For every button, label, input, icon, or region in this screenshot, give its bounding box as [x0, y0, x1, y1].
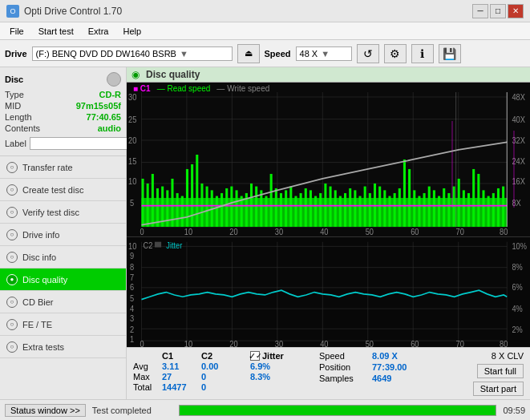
refresh-button[interactable]: ↺ [357, 44, 379, 63]
svg-rect-63 [260, 190, 262, 227]
sidebar-item-verify-test-disc[interactable]: ○ Verify test disc [0, 201, 126, 224]
sidebar-item-transfer-rate[interactable]: ○ Transfer rate [0, 156, 126, 179]
jitter-header: ✓ Jitter [250, 351, 314, 361]
sidebar-item-fe-te[interactable]: ○ FE / TE [0, 313, 126, 336]
read-speed-legend: — Read speed [157, 84, 211, 93]
disc-fields: Type CD-R MID 97m15s05f Length 77:40.65 … [5, 90, 121, 151]
menu-file[interactable]: File [3, 25, 30, 38]
settings-button[interactable]: ⚙ [384, 44, 407, 63]
disc-length-value: 77:40.65 [87, 112, 121, 122]
svg-rect-105 [467, 193, 470, 227]
save-button[interactable]: 💾 [439, 44, 461, 63]
bottom-chart: 10 9 8 7 6 5 4 3 2 1 10% 8% 6% 4% 2% [127, 236, 530, 347]
sidebar-item-extra-tests[interactable]: ○ Extra tests [0, 336, 126, 358]
disc-quality-icon: ● [6, 274, 18, 285]
nav-cd-bier-label: CD Bier [22, 297, 54, 307]
c1-legend: ■ C1 [133, 84, 151, 93]
close-button[interactable]: ✕ [508, 4, 524, 18]
minimize-button[interactable]: ─ [472, 4, 488, 18]
nav-fe-te-label: FE / TE [22, 320, 52, 329]
sidebar-item-disc-info[interactable]: ○ Disc info [0, 246, 126, 269]
sidebar-item-disc-quality[interactable]: ● Disc quality [0, 269, 126, 291]
start-part-button[interactable]: Start part [473, 382, 524, 396]
svg-rect-73 [310, 190, 312, 227]
drive-value: (F:) BENQ DVD DD DW1640 BSRB [36, 49, 176, 59]
max-label: Max [133, 372, 159, 382]
svg-text:15: 15 [128, 156, 137, 166]
menu-extra[interactable]: Extra [82, 25, 115, 38]
buttons-column: 8 X CLV Start full Start part [473, 351, 524, 396]
fe-te-icon: ○ [6, 319, 18, 330]
statusbar: Status window >> Test completed 09:59 [0, 399, 530, 420]
svg-rect-46 [176, 193, 179, 227]
svg-text:20: 20 [229, 340, 238, 347]
nav-items: ○ Transfer rate ○ Create test disc ○ Ver… [0, 156, 126, 358]
svg-text:20: 20 [229, 227, 238, 236]
sidebar-item-cd-bier[interactable]: ○ CD Bier [0, 291, 126, 313]
nav-disc-info-label: Disc info [22, 252, 56, 262]
svg-rect-159 [155, 242, 161, 248]
svg-rect-79 [339, 196, 342, 227]
svg-rect-64 [265, 196, 267, 227]
svg-rect-106 [472, 169, 475, 227]
drive-select[interactable]: (F:) BENQ DVD DD DW1640 BSRB ▼ [32, 46, 233, 61]
svg-text:60: 60 [411, 227, 419, 236]
disc-contents-label: Contents [5, 123, 40, 133]
svg-rect-111 [497, 188, 500, 227]
menu-help[interactable]: Help [116, 25, 148, 38]
speed-info-column: Speed 8.09 X Position 77:39.00 Samples 4… [319, 351, 468, 383]
svg-text:0: 0 [140, 340, 144, 347]
status-window-button[interactable]: Status window >> [5, 404, 86, 417]
create-test-disc-icon: ○ [6, 184, 18, 196]
svg-text:48X: 48X [512, 92, 525, 102]
disc-label-label: Label [5, 139, 26, 148]
svg-text:70: 70 [456, 227, 465, 236]
disc-type-label: Type [5, 90, 24, 99]
sidebar-item-drive-info[interactable]: ○ Drive info [0, 224, 126, 246]
svg-rect-84 [364, 187, 366, 227]
svg-rect-54 [216, 196, 218, 227]
svg-rect-48 [186, 169, 188, 227]
eject-button[interactable]: ⏏ [237, 44, 260, 63]
start-full-button[interactable]: Start full [477, 364, 524, 378]
position-row-value: 77:39.00 [372, 362, 407, 372]
col-empty [133, 351, 159, 361]
svg-rect-39 [141, 179, 144, 227]
svg-rect-68 [285, 190, 287, 227]
stats-total-row: Total 14477 0 [133, 382, 245, 392]
speed-dropdown-arrow: ▼ [321, 49, 330, 59]
status-time: 09:59 [503, 406, 525, 415]
menu-start-test[interactable]: Start test [32, 25, 80, 38]
info-button[interactable]: ℹ [411, 44, 434, 63]
svg-text:40X: 40X [512, 115, 525, 125]
disc-mid-label: MID [5, 101, 21, 111]
svg-text:Jitter: Jitter [166, 240, 183, 250]
svg-rect-103 [458, 179, 460, 227]
svg-rect-50 [196, 155, 198, 227]
svg-text:10%: 10% [512, 241, 527, 251]
svg-text:80: 80 [500, 227, 508, 236]
svg-rect-80 [344, 193, 346, 227]
speed-select[interactable]: 48 X ▼ [296, 46, 352, 61]
nav-verify-test-disc-label: Verify test disc [22, 208, 79, 217]
svg-rect-85 [369, 193, 371, 227]
svg-rect-97 [428, 187, 431, 227]
jitter-column: ✓ Jitter 6.9% 8.3% [250, 351, 314, 382]
speed-row-value: 8.09 X [372, 351, 398, 361]
app-icon-letter: O [10, 7, 15, 15]
svg-rect-92 [403, 160, 406, 227]
titlebar-left: O Opti Drive Control 1.70 [6, 5, 122, 18]
disc-contents-value: audio [98, 123, 121, 133]
jitter-checkbox[interactable]: ✓ [250, 351, 260, 361]
svg-text:80: 80 [500, 340, 508, 347]
disc-length-field: Length 77:40.65 [5, 112, 121, 122]
svg-text:3: 3 [130, 314, 134, 324]
svg-rect-88 [383, 190, 386, 227]
disc-label-input[interactable] [30, 137, 136, 150]
svg-text:4: 4 [130, 304, 135, 313]
sidebar-item-create-test-disc[interactable]: ○ Create test disc [0, 179, 126, 201]
maximize-button[interactable]: □ [490, 4, 506, 18]
svg-text:10: 10 [128, 176, 137, 186]
svg-rect-77 [330, 187, 332, 227]
drivebar: Drive (F:) BENQ DVD DD DW1640 BSRB ▼ ⏏ S… [0, 40, 530, 67]
